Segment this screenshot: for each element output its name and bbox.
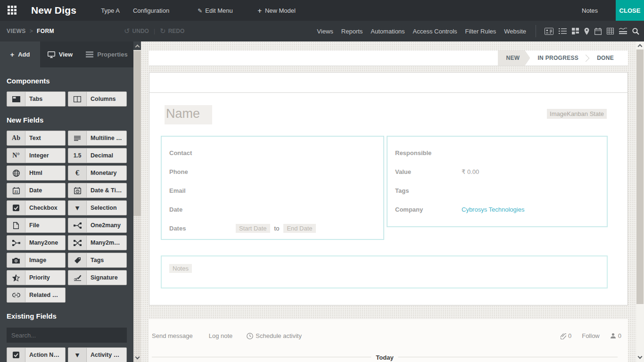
scroll-down-arrow[interactable] bbox=[133, 354, 141, 362]
field-button-decimal[interactable]: 1.5 Decimal bbox=[68, 148, 127, 163]
calendar-date-icon: 21 bbox=[7, 183, 25, 197]
studio-menu-reports[interactable]: Reports bbox=[341, 28, 363, 35]
dates-to-label: to bbox=[274, 225, 280, 232]
scroll-up-arrow[interactable] bbox=[133, 41, 141, 50]
studio-menu-filter-rules[interactable]: Filter Rules bbox=[465, 28, 496, 35]
tag-icon bbox=[68, 253, 87, 267]
field-button-many2many[interactable]: Many2many bbox=[68, 235, 127, 250]
component-button-columns[interactable]: Columns bbox=[68, 91, 127, 107]
right-field-group[interactable]: Responsible Value ₹ 0.00 Tags Compan bbox=[387, 136, 608, 227]
field-row-tags[interactable]: Tags bbox=[395, 181, 599, 200]
status-step-in-progress[interactable]: IN PROGRESS bbox=[530, 50, 586, 66]
list-view-icon[interactable] bbox=[559, 28, 567, 34]
studio-menu-access-controls[interactable]: Access Controls bbox=[413, 28, 457, 35]
field-button-monetary[interactable]: € Monetary bbox=[68, 165, 127, 181]
field-button-multiline-text[interactable]: Multiline Text bbox=[68, 131, 127, 146]
edit-menu-button[interactable]: ✎Edit Menu bbox=[198, 7, 233, 14]
field-row-dates[interactable]: Dates Start Date to End Date bbox=[169, 219, 376, 238]
field-row-responsible[interactable]: Responsible bbox=[395, 143, 599, 162]
new-model-button[interactable]: +New Model bbox=[257, 7, 296, 14]
follow-button[interactable]: Follow bbox=[582, 332, 600, 339]
scrollbar-thumb[interactable] bbox=[133, 51, 141, 216]
field-button-action-needed[interactable]: Action Needed bbox=[7, 347, 66, 362]
field-button-checkbox[interactable]: Checkbox bbox=[7, 200, 66, 215]
graph-view-icon[interactable] bbox=[619, 28, 627, 34]
pivot-view-icon[interactable] bbox=[607, 28, 614, 34]
end-date-input[interactable]: End Date bbox=[283, 224, 315, 233]
field-button-date[interactable]: 21 Date bbox=[7, 183, 66, 198]
tab-view[interactable]: View bbox=[40, 41, 80, 67]
log-note-button[interactable]: Log note bbox=[209, 332, 233, 339]
field-button-priority[interactable]: Priority bbox=[7, 270, 66, 285]
redo-button[interactable]: ↻ REDO bbox=[160, 27, 184, 35]
plus-icon: + bbox=[10, 50, 14, 58]
kanban-view-icon[interactable] bbox=[572, 28, 579, 34]
link-icon bbox=[7, 288, 25, 302]
field-button-integer[interactable]: N° Integer bbox=[7, 148, 66, 163]
followers-button[interactable]: 0 bbox=[610, 332, 621, 339]
left-field-group[interactable]: Contact Phone Email Date bbox=[161, 136, 384, 240]
app-title: New Digs bbox=[31, 5, 76, 16]
camera-icon bbox=[7, 253, 25, 267]
field-button-activity-exception[interactable]: ▼ Activity Exce... bbox=[68, 347, 127, 362]
status-bar: NEW IN PROGRESS DONE bbox=[149, 50, 628, 66]
studio-menu-automations[interactable]: Automations bbox=[371, 28, 405, 35]
company-link[interactable]: Cybrosys Technologies bbox=[462, 206, 524, 213]
field-button-signature[interactable]: Signature bbox=[68, 270, 127, 285]
field-button-related-field[interactable]: Related Field bbox=[7, 288, 66, 303]
form-sheet: Name ImageKanban State Contact Phone bbox=[149, 72, 628, 305]
notes-field-group[interactable]: Notes bbox=[161, 255, 608, 288]
scroll-up-arrow[interactable] bbox=[636, 41, 644, 49]
undo-button[interactable]: ↺ UNDO bbox=[124, 27, 149, 35]
attachments-button[interactable]: 0 bbox=[561, 332, 571, 339]
field-row-company[interactable]: Company Cybrosys Technologies bbox=[395, 200, 599, 219]
field-row-email[interactable]: Email bbox=[169, 181, 376, 200]
field-row-contact[interactable]: Contact bbox=[169, 143, 376, 162]
search-icon[interactable] bbox=[632, 28, 639, 35]
field-button-many2one[interactable]: Many2one bbox=[7, 235, 66, 250]
menu-item-type-a[interactable]: Type A bbox=[101, 7, 120, 14]
sidebar-scrollbar[interactable] bbox=[133, 41, 141, 362]
map-view-icon[interactable] bbox=[584, 28, 589, 35]
close-studio-button[interactable]: CLOSE bbox=[616, 0, 644, 21]
tab-properties[interactable]: Properties bbox=[80, 41, 133, 67]
name-input[interactable]: Name bbox=[165, 105, 212, 124]
apps-menu-icon[interactable] bbox=[8, 6, 17, 15]
studio-menu-views[interactable]: Views bbox=[317, 28, 333, 35]
field-button-image[interactable]: Image bbox=[7, 253, 66, 268]
calendar-view-icon[interactable] bbox=[594, 28, 602, 35]
field-button-one2many[interactable]: One2many bbox=[68, 218, 127, 233]
status-step-done[interactable]: DONE bbox=[589, 50, 621, 66]
send-message-button[interactable]: Send message bbox=[152, 332, 193, 339]
field-button-text[interactable]: Ab Text bbox=[7, 131, 66, 146]
field-row-date[interactable]: Date bbox=[169, 200, 376, 219]
globe-icon bbox=[7, 166, 25, 180]
scrollbar-thumb[interactable] bbox=[636, 49, 644, 304]
component-button-tabs[interactable]: Tabs bbox=[7, 91, 66, 107]
schedule-activity-button[interactable]: Schedule activity bbox=[247, 332, 302, 339]
app-menu: Type A Configuration ✎Edit Menu +New Mod… bbox=[101, 7, 296, 14]
text-icon: Ab bbox=[7, 131, 25, 145]
top-navbar: New Digs Type A Configuration ✎Edit Menu… bbox=[0, 0, 644, 21]
field-row-phone[interactable]: Phone bbox=[169, 162, 376, 181]
existing-fields-search-input[interactable] bbox=[7, 328, 127, 343]
menu-item-configuration[interactable]: Configuration bbox=[133, 7, 169, 14]
tab-add[interactable]: + Add bbox=[0, 41, 40, 67]
field-button-html[interactable]: Html bbox=[7, 165, 66, 181]
notes-input[interactable]: Notes bbox=[169, 264, 192, 273]
canvas-scrollbar[interactable] bbox=[636, 41, 644, 362]
field-button-selection[interactable]: ▼ Selection bbox=[68, 200, 127, 215]
status-step-new[interactable]: NEW bbox=[498, 50, 530, 66]
scroll-down-arrow[interactable] bbox=[636, 354, 644, 361]
field-button-datetime[interactable]: Date & Time bbox=[68, 183, 127, 198]
field-row-value[interactable]: Value ₹ 0.00 bbox=[395, 162, 599, 181]
breadcrumb-views[interactable]: VIEWS bbox=[7, 28, 26, 34]
start-date-input[interactable]: Start Date bbox=[236, 224, 270, 233]
image-kanban-state-widget[interactable]: ImageKanban State bbox=[547, 109, 607, 119]
value-input[interactable]: ₹ 0.00 bbox=[462, 168, 479, 175]
field-button-file[interactable]: File bbox=[7, 218, 66, 233]
form-view-icon[interactable] bbox=[545, 28, 553, 35]
studio-menu-website[interactable]: Website bbox=[504, 28, 526, 35]
notes-menu-item[interactable]: Notes bbox=[582, 7, 598, 14]
field-button-tags[interactable]: Tags bbox=[68, 253, 127, 268]
